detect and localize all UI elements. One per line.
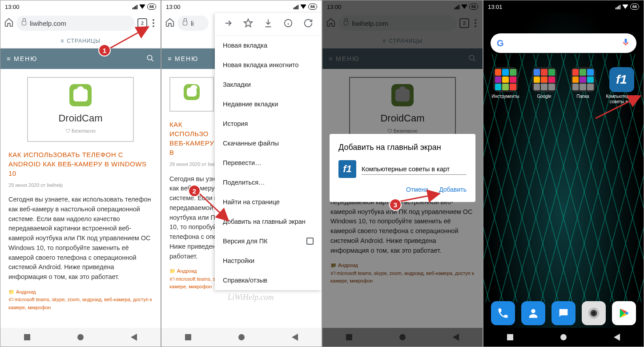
navigation-bar	[161, 328, 322, 347]
phone-app-icon[interactable]	[491, 301, 515, 325]
svg-point-9	[592, 311, 596, 315]
svg-line-10	[596, 97, 639, 118]
mic-icon[interactable]	[621, 38, 630, 48]
dock	[488, 301, 639, 325]
arrow-4	[594, 94, 643, 122]
back-button[interactable]	[614, 334, 620, 341]
step-badge-1: 1	[98, 44, 111, 56]
google-logo-icon: G	[497, 38, 504, 48]
signal-icon	[133, 4, 137, 9]
home-icon[interactable]	[4, 17, 14, 29]
menu-downloads[interactable]: Скачанные файлы	[215, 133, 322, 153]
signal-icon	[616, 4, 620, 9]
menu-add-to-home[interactable]: Добавить на главный экран	[215, 212, 322, 231]
article-title[interactable]: КАК ИСПОЛЬЗОВАТЬ ТЕЛЕФОН С ANDROID КАК В…	[8, 150, 153, 178]
info-icon[interactable]	[283, 18, 293, 30]
battery-icon: 66	[630, 4, 639, 10]
recent-apps-button[interactable]	[185, 334, 191, 340]
menu-new-tab[interactable]: Новая вкладка	[215, 36, 322, 55]
article-content: КАК ИСПОЛЬЗО ВЕБ-КАМЕРУ В 29 июня 2020 о…	[161, 69, 219, 299]
clock: 13:00	[5, 4, 20, 10]
forward-icon[interactable]	[223, 18, 233, 30]
battery-icon: 66	[308, 4, 317, 10]
article-tags[interactable]: 📁 Андроид 🏷 microsoft teams, skype, zoom…	[8, 288, 153, 312]
article-title[interactable]: КАК ИСПОЛЬЗО ВЕБ-КАМЕРУ В	[169, 120, 219, 157]
article-content: DroidCam 🛡 Безопасно КАК ИСПОЛЬЗОВАТЬ ТЕ…	[0, 69, 161, 320]
dialog-title: Добавить на главный экран	[338, 143, 467, 152]
svg-line-3	[197, 191, 227, 220]
messages-app-icon[interactable]	[551, 301, 576, 325]
signal-icon	[294, 4, 298, 9]
step-badge-3: 3	[389, 198, 402, 211]
url-text: liwihelp.com	[30, 20, 66, 27]
home-button[interactable]	[238, 334, 245, 340]
article-meta: 29 июня 2020 от liwihelp	[8, 182, 153, 189]
menu-recent-tabs[interactable]: Недавние вкладки	[215, 94, 322, 114]
play-store-icon[interactable]	[612, 301, 636, 325]
home-icon[interactable]	[165, 17, 175, 29]
navigation-bar	[0, 328, 161, 347]
menu-desktop-site[interactable]: Версия для ПК	[215, 231, 322, 251]
shortcut-icon: f1	[338, 160, 356, 178]
article-thumbnail[interactable]	[169, 77, 214, 112]
menu-incognito[interactable]: Новая вкладка инкогнито	[215, 55, 322, 75]
article-thumbnail[interactable]: DroidCam 🛡 Безопасно	[27, 77, 134, 142]
recent-apps-button[interactable]	[507, 334, 513, 340]
status-bar: 13:00 66	[0, 0, 161, 13]
wifi-icon	[622, 4, 628, 9]
svg-point-6	[531, 309, 535, 313]
url-text: li	[191, 20, 194, 27]
reload-icon[interactable]	[303, 18, 313, 30]
menu-bookmarks[interactable]: Закладки	[215, 75, 322, 94]
chrome-menu: Новая вкладка Новая вкладка инкогнито За…	[215, 13, 322, 290]
menu-help[interactable]: Справка/отзыв	[215, 270, 322, 290]
status-bar: 13:00 66	[161, 0, 322, 13]
home-button[interactable]	[77, 334, 84, 340]
article-meta: 29 июня 2020 от liwi	[169, 161, 219, 168]
recent-apps-button[interactable]	[24, 334, 30, 340]
add-button[interactable]: Добавить	[439, 186, 467, 193]
contacts-app-icon[interactable]	[521, 301, 545, 325]
folder-google[interactable]: Google	[527, 67, 562, 105]
arrow-2	[195, 190, 231, 225]
svg-line-5	[399, 194, 438, 202]
svg-line-1	[105, 28, 147, 51]
article-tags[interactable]: 📁 Андроид 🏷 microsoft teams, skype, zoom…	[169, 267, 219, 291]
google-search-widget[interactable]: G	[491, 33, 636, 53]
address-bar[interactable]: li	[177, 16, 209, 31]
wifi-icon	[300, 4, 306, 9]
navigation-bar	[483, 328, 644, 347]
download-icon[interactable]	[263, 18, 273, 30]
arrow-3	[397, 190, 442, 206]
menu-find[interactable]: Найти на странице	[215, 192, 322, 212]
svg-point-0	[147, 55, 152, 60]
shortcut-name-input[interactable]	[362, 164, 467, 175]
lock-icon	[22, 21, 26, 25]
menu-settings[interactable]: Настройки	[215, 251, 322, 270]
battery-icon: 66	[147, 4, 156, 10]
checkbox-icon[interactable]	[306, 238, 314, 245]
home-button[interactable]	[560, 334, 567, 340]
menu-history[interactable]: История	[215, 114, 322, 133]
lock-icon	[183, 21, 187, 25]
menu-share[interactable]: Поделиться…	[215, 173, 322, 192]
menu-toggle[interactable]: ≡ МЕНЮ	[7, 55, 37, 62]
clock: 13:00	[166, 4, 181, 10]
status-bar: 13:01 66	[483, 0, 644, 13]
wifi-icon	[139, 4, 145, 9]
menu-translate[interactable]: Перевести…	[215, 153, 322, 173]
watermark: LiWiHelp.com	[228, 293, 274, 302]
menu-toggle[interactable]: ≡ МЕНЮ	[168, 55, 198, 62]
star-icon[interactable]	[243, 18, 253, 30]
back-button[interactable]	[292, 334, 298, 341]
article-body: Сегодня вы узнаете, как использовать тел…	[8, 195, 153, 282]
camera-app-icon[interactable]	[582, 301, 606, 325]
clock: 13:01	[488, 4, 503, 10]
folder-tools[interactable]: Инструменты	[488, 67, 523, 105]
step-badge-2: 2	[188, 185, 201, 197]
back-button[interactable]	[131, 334, 137, 341]
